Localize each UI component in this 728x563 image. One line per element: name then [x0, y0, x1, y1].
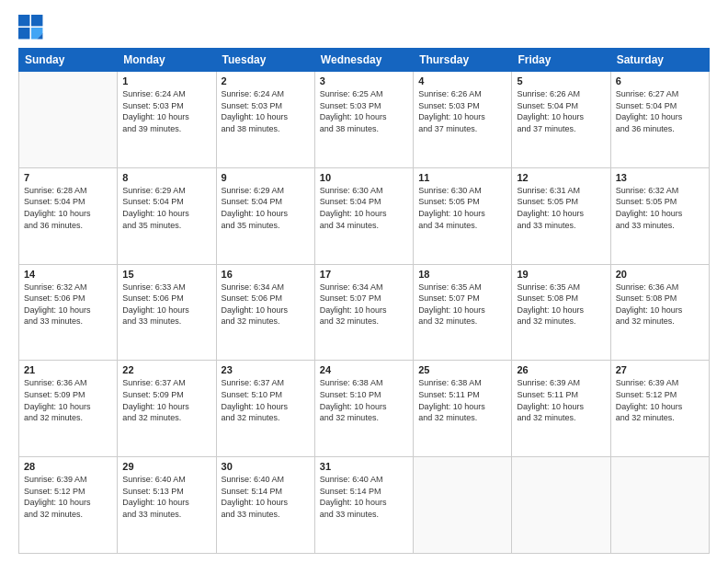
- col-header-wednesday: Wednesday: [314, 49, 413, 72]
- day-number: 15: [122, 269, 210, 280]
- svg-rect-2: [18, 28, 29, 39]
- calendar-week-row: 21Sunrise: 6:36 AM Sunset: 5:09 PM Dayli…: [19, 361, 710, 457]
- day-number: 16: [222, 269, 310, 280]
- calendar-cell: 9Sunrise: 6:29 AM Sunset: 5:04 PM Daylig…: [216, 167, 314, 264]
- col-header-sunday: Sunday: [19, 49, 118, 72]
- day-number: 29: [122, 461, 210, 472]
- calendar-table: SundayMondayTuesdayWednesdayThursdayFrid…: [18, 48, 710, 554]
- day-info: Sunrise: 6:39 AM Sunset: 5:12 PM Dayligh…: [616, 377, 704, 423]
- calendar-week-row: 14Sunrise: 6:32 AM Sunset: 5:06 PM Dayli…: [19, 264, 710, 361]
- day-number: 28: [24, 461, 112, 472]
- calendar-cell: 29Sunrise: 6:40 AM Sunset: 5:13 PM Dayli…: [118, 457, 216, 554]
- day-info: Sunrise: 6:32 AM Sunset: 5:06 PM Dayligh…: [24, 282, 112, 327]
- day-number: 23: [222, 364, 310, 375]
- day-info: Sunrise: 6:24 AM Sunset: 5:03 PM Dayligh…: [122, 88, 210, 134]
- day-number: 4: [418, 75, 506, 86]
- col-header-friday: Friday: [512, 49, 610, 72]
- header: [18, 15, 710, 40]
- day-info: Sunrise: 6:35 AM Sunset: 5:08 PM Dayligh…: [517, 282, 605, 327]
- day-number: 14: [24, 269, 112, 280]
- calendar-cell: 31Sunrise: 6:40 AM Sunset: 5:14 PM Dayli…: [314, 457, 413, 554]
- calendar-cell: 22Sunrise: 6:37 AM Sunset: 5:09 PM Dayli…: [118, 361, 216, 457]
- day-number: 18: [418, 269, 506, 280]
- day-number: 3: [320, 75, 408, 86]
- svg-rect-1: [31, 15, 42, 26]
- calendar-cell: 4Sunrise: 6:26 AM Sunset: 5:03 PM Daylig…: [414, 72, 512, 168]
- calendar-cell: 21Sunrise: 6:36 AM Sunset: 5:09 PM Dayli…: [19, 361, 118, 457]
- calendar-cell: 19Sunrise: 6:35 AM Sunset: 5:08 PM Dayli…: [512, 264, 610, 361]
- day-number: 9: [222, 172, 310, 183]
- day-number: 8: [122, 172, 210, 183]
- day-info: Sunrise: 6:28 AM Sunset: 5:04 PM Dayligh…: [24, 185, 112, 231]
- calendar-cell: 10Sunrise: 6:30 AM Sunset: 5:04 PM Dayli…: [314, 167, 413, 264]
- day-info: Sunrise: 6:35 AM Sunset: 5:07 PM Dayligh…: [418, 282, 506, 327]
- calendar-cell: 8Sunrise: 6:29 AM Sunset: 5:04 PM Daylig…: [118, 167, 216, 264]
- calendar-cell: 3Sunrise: 6:25 AM Sunset: 5:03 PM Daylig…: [314, 72, 413, 168]
- day-info: Sunrise: 6:39 AM Sunset: 5:11 PM Dayligh…: [517, 377, 605, 423]
- day-number: 6: [616, 75, 704, 86]
- day-info: Sunrise: 6:40 AM Sunset: 5:14 PM Dayligh…: [222, 474, 310, 520]
- calendar-cell: 6Sunrise: 6:27 AM Sunset: 5:04 PM Daylig…: [610, 72, 709, 168]
- day-number: 20: [616, 269, 704, 280]
- calendar-cell: [19, 72, 118, 168]
- day-info: Sunrise: 6:34 AM Sunset: 5:06 PM Dayligh…: [222, 282, 310, 327]
- day-number: 24: [320, 364, 408, 375]
- logo-icon: [18, 15, 44, 40]
- day-number: 25: [418, 364, 506, 375]
- day-info: Sunrise: 6:30 AM Sunset: 5:04 PM Dayligh…: [320, 185, 408, 231]
- calendar-cell: 13Sunrise: 6:32 AM Sunset: 5:05 PM Dayli…: [610, 167, 709, 264]
- page: SundayMondayTuesdayWednesdayThursdayFrid…: [0, 0, 728, 563]
- day-number: 22: [122, 364, 210, 375]
- calendar-cell: 7Sunrise: 6:28 AM Sunset: 5:04 PM Daylig…: [19, 167, 118, 264]
- col-header-saturday: Saturday: [610, 49, 709, 72]
- calendar-cell: 2Sunrise: 6:24 AM Sunset: 5:03 PM Daylig…: [216, 72, 314, 168]
- day-info: Sunrise: 6:30 AM Sunset: 5:05 PM Dayligh…: [418, 185, 506, 231]
- day-number: 27: [616, 364, 704, 375]
- calendar-cell: [414, 457, 512, 554]
- calendar-week-row: 1Sunrise: 6:24 AM Sunset: 5:03 PM Daylig…: [19, 72, 710, 168]
- day-info: Sunrise: 6:25 AM Sunset: 5:03 PM Dayligh…: [320, 88, 408, 134]
- day-info: Sunrise: 6:33 AM Sunset: 5:06 PM Dayligh…: [122, 282, 210, 327]
- day-info: Sunrise: 6:39 AM Sunset: 5:12 PM Dayligh…: [24, 474, 112, 520]
- day-number: 21: [24, 364, 112, 375]
- day-info: Sunrise: 6:29 AM Sunset: 5:04 PM Dayligh…: [122, 185, 210, 231]
- day-info: Sunrise: 6:26 AM Sunset: 5:03 PM Dayligh…: [418, 88, 506, 134]
- calendar-week-row: 28Sunrise: 6:39 AM Sunset: 5:12 PM Dayli…: [19, 457, 710, 554]
- calendar-cell: 1Sunrise: 6:24 AM Sunset: 5:03 PM Daylig…: [118, 72, 216, 168]
- calendar-header-row: SundayMondayTuesdayWednesdayThursdayFrid…: [19, 49, 710, 72]
- calendar-cell: 14Sunrise: 6:32 AM Sunset: 5:06 PM Dayli…: [19, 264, 118, 361]
- calendar-week-row: 7Sunrise: 6:28 AM Sunset: 5:04 PM Daylig…: [19, 167, 710, 264]
- day-info: Sunrise: 6:26 AM Sunset: 5:04 PM Dayligh…: [517, 88, 605, 134]
- calendar-cell: [610, 457, 709, 554]
- calendar-cell: 11Sunrise: 6:30 AM Sunset: 5:05 PM Dayli…: [414, 167, 512, 264]
- calendar-cell: 30Sunrise: 6:40 AM Sunset: 5:14 PM Dayli…: [216, 457, 314, 554]
- day-number: 31: [320, 461, 408, 472]
- day-info: Sunrise: 6:38 AM Sunset: 5:10 PM Dayligh…: [320, 377, 408, 423]
- col-header-tuesday: Tuesday: [216, 49, 314, 72]
- calendar-cell: 26Sunrise: 6:39 AM Sunset: 5:11 PM Dayli…: [512, 361, 610, 457]
- day-number: 30: [222, 461, 310, 472]
- day-number: 2: [222, 75, 310, 86]
- calendar-cell: 5Sunrise: 6:26 AM Sunset: 5:04 PM Daylig…: [512, 72, 610, 168]
- logo: [18, 15, 48, 40]
- calendar-cell: 17Sunrise: 6:34 AM Sunset: 5:07 PM Dayli…: [314, 264, 413, 361]
- calendar-cell: 25Sunrise: 6:38 AM Sunset: 5:11 PM Dayli…: [414, 361, 512, 457]
- day-info: Sunrise: 6:34 AM Sunset: 5:07 PM Dayligh…: [320, 282, 408, 327]
- day-info: Sunrise: 6:37 AM Sunset: 5:09 PM Dayligh…: [122, 377, 210, 423]
- calendar-cell: 18Sunrise: 6:35 AM Sunset: 5:07 PM Dayli…: [414, 264, 512, 361]
- calendar-cell: 20Sunrise: 6:36 AM Sunset: 5:08 PM Dayli…: [610, 264, 709, 361]
- col-header-monday: Monday: [118, 49, 216, 72]
- day-number: 19: [517, 269, 605, 280]
- day-number: 10: [320, 172, 408, 183]
- day-number: 7: [24, 172, 112, 183]
- day-number: 11: [418, 172, 506, 183]
- calendar-cell: 23Sunrise: 6:37 AM Sunset: 5:10 PM Dayli…: [216, 361, 314, 457]
- day-info: Sunrise: 6:40 AM Sunset: 5:13 PM Dayligh…: [122, 474, 210, 520]
- day-info: Sunrise: 6:29 AM Sunset: 5:04 PM Dayligh…: [222, 185, 310, 231]
- calendar-cell: 16Sunrise: 6:34 AM Sunset: 5:06 PM Dayli…: [216, 264, 314, 361]
- day-info: Sunrise: 6:36 AM Sunset: 5:09 PM Dayligh…: [24, 377, 112, 423]
- day-number: 1: [122, 75, 210, 86]
- day-number: 5: [517, 75, 605, 86]
- day-info: Sunrise: 6:27 AM Sunset: 5:04 PM Dayligh…: [616, 88, 704, 134]
- day-number: 13: [616, 172, 704, 183]
